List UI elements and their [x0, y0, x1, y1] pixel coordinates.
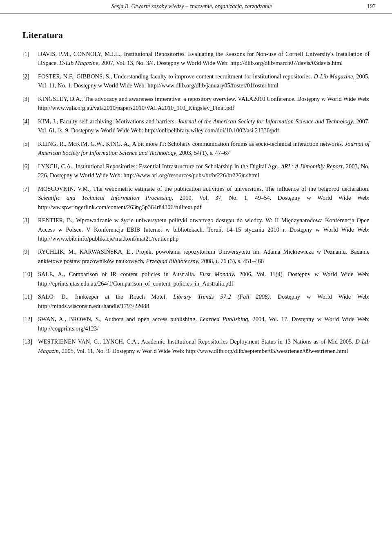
ref-text: KIM, J., Faculty self-archiving: Motivat…: [38, 117, 370, 135]
ref-num: [4]: [22, 117, 38, 135]
ref-text: RYCHLIK, M., KARWASIŃSKA, E., Projekt po…: [38, 247, 370, 266]
ref-num: [10]: [22, 270, 38, 288]
ref-num: [1]: [22, 49, 38, 68]
list-item: [3]KINGSLEY, D.A., The advocacy and awar…: [22, 94, 370, 113]
ref-text: KLING, R., McKIM, G.W., KING, A., A bit …: [38, 139, 370, 158]
list-item: [11]SALO, D., Innkeeper at the Roach Mot…: [22, 292, 370, 310]
ref-num: [13]: [22, 337, 38, 355]
list-item: [7]MOSCOVKIN, V.M., The webometric estim…: [22, 184, 370, 212]
ref-num: [6]: [22, 162, 38, 180]
content: Literatura [1]DAVIS, P.M., CONNOLY, M.J.…: [0, 13, 392, 372]
ref-num: [7]: [22, 184, 38, 212]
ref-num: [2]: [22, 72, 38, 90]
header-title: Sesja B. Otwarte zasoby wiedzy – znaczen…: [16, 3, 367, 10]
ref-text: MOSCOVKIN, V.M., The webometric estimate…: [38, 184, 370, 212]
list-item: [5]KLING, R., McKIM, G.W., KING, A., A b…: [22, 139, 370, 158]
ref-text: FOSTER, N.F., GIBBONS, S., Understanding…: [38, 72, 370, 90]
ref-num: [12]: [22, 315, 38, 333]
ref-num: [11]: [22, 292, 38, 310]
ref-text: DAVIS, P.M., CONNOLY, M.J.L., Institutio…: [38, 49, 370, 68]
ref-num: [8]: [22, 216, 38, 243]
ref-text: SALO, D., Innkeeper at the Roach Motel. …: [38, 292, 370, 310]
section-title: Literatura: [22, 30, 370, 40]
list-item: [8]RENTIER, B., Wprowadzanie w życie uni…: [22, 216, 370, 243]
ref-text: RENTIER, B., Wprowadzanie w życie uniwer…: [38, 216, 370, 243]
references-list: [1]DAVIS, P.M., CONNOLY, M.J.L., Institu…: [22, 49, 370, 355]
list-item: [1]DAVIS, P.M., CONNOLY, M.J.L., Institu…: [22, 49, 370, 68]
list-item: [13]WESTRIENEN VAN, G., LYNCH, C.A., Aca…: [22, 337, 370, 355]
list-item: [2]FOSTER, N.F., GIBBONS, S., Understand…: [22, 72, 370, 90]
ref-text: KINGSLEY, D.A., The advocacy and awarene…: [38, 94, 370, 113]
list-item: [10]SALE, A., Comparison of IR content p…: [22, 270, 370, 288]
page-header: Sesja B. Otwarte zasoby wiedzy – znaczen…: [0, 0, 392, 13]
ref-text: LYNCH, C.A., Institutional Repositories:…: [38, 162, 370, 180]
ref-text: SALE, A., Comparison of IR content polic…: [38, 270, 370, 288]
list-item: [9]RYCHLIK, M., KARWASIŃSKA, E., Projekt…: [22, 247, 370, 266]
page-number: 197: [367, 3, 376, 10]
ref-num: [5]: [22, 139, 38, 158]
ref-text: SWAN, A., BROWN, S., Authors and open ac…: [38, 315, 370, 333]
list-item: [6]LYNCH, C.A., Institutional Repositori…: [22, 162, 370, 180]
list-item: [12]SWAN, A., BROWN, S., Authors and ope…: [22, 315, 370, 333]
ref-num: [3]: [22, 94, 38, 113]
list-item: [4]KIM, J., Faculty self-archiving: Moti…: [22, 117, 370, 135]
ref-num: [9]: [22, 247, 38, 266]
ref-text: WESTRIENEN VAN, G., LYNCH, C.A., Academi…: [38, 337, 370, 355]
